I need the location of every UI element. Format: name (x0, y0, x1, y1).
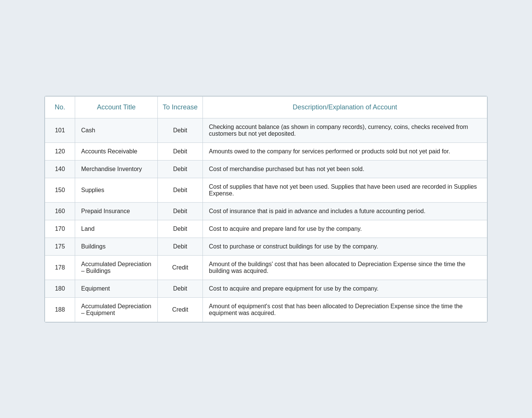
row-account-title: Land (75, 220, 158, 238)
row-account-title: Buildings (75, 238, 158, 255)
row-account-title: Merchandise Inventory (75, 160, 158, 178)
table-row: 160Prepaid InsuranceDebitCost of insuran… (45, 202, 487, 220)
row-to-increase: Debit (158, 202, 203, 220)
table-row: 188Accumulated Depreciation – EquipmentC… (45, 297, 487, 322)
row-to-increase: Credit (158, 297, 203, 322)
table-row: 175BuildingsDebitCost to purchase or con… (45, 238, 487, 255)
row-description: Cost to acquire and prepare equipment fo… (203, 280, 487, 297)
row-no: 178 (45, 255, 75, 280)
row-account-title: Accumulated Depreciation – Equipment (75, 297, 158, 322)
row-no: 150 (45, 178, 75, 202)
row-account-title: Supplies (75, 178, 158, 202)
row-no: 188 (45, 297, 75, 322)
row-account-title: Cash (75, 118, 158, 142)
row-description: Cost of insurance that is paid in advanc… (203, 202, 487, 220)
table-row: 150SuppliesDebitCost of supplies that ha… (45, 178, 487, 202)
accounting-table: No. Account Title To Increase Descriptio… (44, 96, 488, 323)
row-description: Checking account balance (as shown in co… (203, 118, 487, 142)
row-no: 160 (45, 202, 75, 220)
table-row: 120Accounts ReceivableDebitAmounts owed … (45, 142, 487, 160)
table-row: 170LandDebitCost to acquire and prepare … (45, 220, 487, 238)
header-no: No. (45, 96, 75, 118)
row-no: 180 (45, 280, 75, 297)
row-account-title: Accounts Receivable (75, 142, 158, 160)
header-to-increase: To Increase (158, 96, 203, 118)
row-no: 175 (45, 238, 75, 255)
table-row: 140Merchandise InventoryDebitCost of mer… (45, 160, 487, 178)
row-description: Amount of the buildings' cost that has b… (203, 255, 487, 280)
row-to-increase: Debit (158, 238, 203, 255)
row-to-increase: Credit (158, 255, 203, 280)
row-account-title: Accumulated Depreciation – Buildings (75, 255, 158, 280)
header-account-title: Account Title (75, 96, 158, 118)
row-to-increase: Debit (158, 118, 203, 142)
row-description: Cost of merchandise purchased but has no… (203, 160, 487, 178)
row-to-increase: Debit (158, 178, 203, 202)
row-description: Amounts owed to the company for services… (203, 142, 487, 160)
row-to-increase: Debit (158, 160, 203, 178)
row-description: Amount of equipment's cost that has been… (203, 297, 487, 322)
row-description: Cost to purchase or construct buildings … (203, 238, 487, 255)
row-no: 170 (45, 220, 75, 238)
table-row: 180EquipmentDebitCost to acquire and pre… (45, 280, 487, 297)
row-to-increase: Debit (158, 280, 203, 297)
table-row: 178Accumulated Depreciation – BuildingsC… (45, 255, 487, 280)
row-no: 140 (45, 160, 75, 178)
row-account-title: Equipment (75, 280, 158, 297)
row-description: Cost to acquire and prepare land for use… (203, 220, 487, 238)
row-no: 120 (45, 142, 75, 160)
header-description: Description/Explanation of Account (203, 96, 487, 118)
row-account-title: Prepaid Insurance (75, 202, 158, 220)
row-description: Cost of supplies that have not yet been … (203, 178, 487, 202)
table-row: 101CashDebitChecking account balance (as… (45, 118, 487, 142)
row-no: 101 (45, 118, 75, 142)
row-to-increase: Debit (158, 220, 203, 238)
row-to-increase: Debit (158, 142, 203, 160)
